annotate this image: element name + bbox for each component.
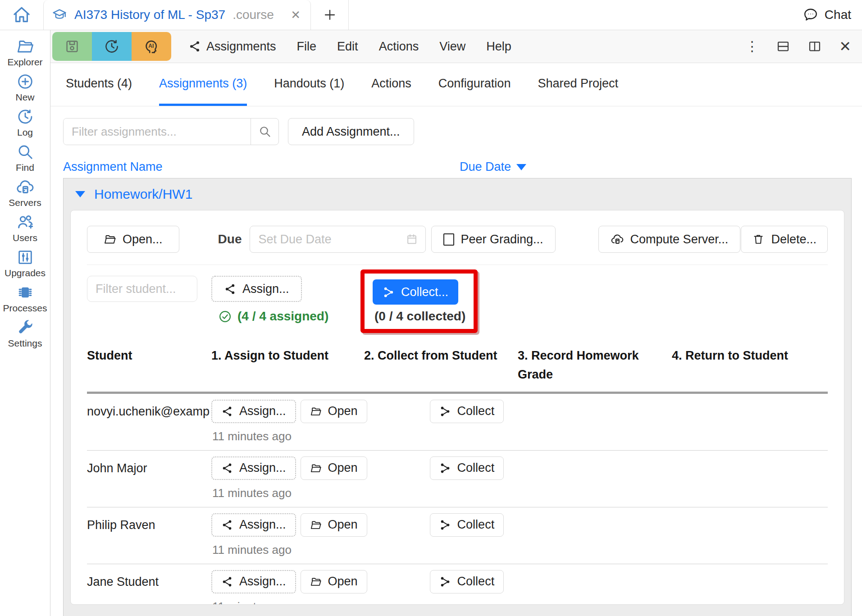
compute-server-button[interactable]: Compute Server... <box>598 226 741 253</box>
assigned-timestamp: 11 minutes ago <box>212 600 518 605</box>
menu-actions[interactable]: Actions <box>379 40 419 54</box>
home-button[interactable] <box>0 0 43 30</box>
collect-share-icon <box>439 462 451 474</box>
sidebar-item-upgrades[interactable]: Upgrades <box>0 248 50 278</box>
file-tab[interactable]: AI373 History of ML - Sp37 .course ✕ <box>43 0 311 30</box>
tab-assignments[interactable]: Assignments (3) <box>159 63 247 106</box>
collect-share-icon <box>439 576 451 588</box>
folder-open-icon <box>310 576 322 588</box>
table-row: Jane Student Assign... Open <box>87 564 828 605</box>
search-addon[interactable] <box>251 119 278 145</box>
sidebar-item-find[interactable]: Find <box>0 143 50 173</box>
graduation-cap-icon <box>52 7 67 23</box>
split-horizontal-icon[interactable] <box>776 39 790 54</box>
sidebar-item-label: New <box>15 92 34 103</box>
open-student-copy-button[interactable]: Open <box>301 400 367 423</box>
due-date-placeholder: Set Due Date <box>258 233 406 246</box>
chat-button[interactable]: Chat <box>792 0 862 30</box>
open-student-copy-button[interactable]: Open <box>301 570 367 593</box>
collect-student-button[interactable]: Collect <box>430 513 504 537</box>
open-label: Open... <box>123 233 163 246</box>
open-label: Open <box>328 461 358 475</box>
divider <box>87 265 828 265</box>
tab-actions[interactable]: Actions <box>371 63 411 106</box>
filter-student-input[interactable] <box>87 276 197 302</box>
share-icon <box>221 462 233 474</box>
student-actions-row: Assign... (4 / 4 assigned) <box>87 276 828 333</box>
student-name: John Major <box>87 456 211 475</box>
assign-all-button[interactable]: Assign... <box>211 276 302 302</box>
split-vertical-icon[interactable] <box>807 39 822 54</box>
tab-handouts[interactable]: Handouts (1) <box>274 63 344 106</box>
collect-share-icon <box>439 519 451 531</box>
assign-student-button[interactable]: Assign... <box>211 456 296 480</box>
sort-by-name[interactable]: Assignment Name <box>63 160 163 174</box>
sort-by-due-date[interactable]: Due Date <box>460 160 526 174</box>
sidebar-item-processes[interactable]: Processes <box>0 283 50 314</box>
open-assignment-button[interactable]: Open... <box>87 226 179 253</box>
sidebar-item-new[interactable]: New <box>0 73 50 103</box>
collect-all-button[interactable]: Collect... <box>373 279 458 305</box>
header-grade: 3. Record Homework Grade <box>518 347 672 384</box>
menu-view[interactable]: View <box>439 40 465 54</box>
assign-student-button[interactable]: Assign... <box>211 513 296 537</box>
editor-toolbar: AI Assignments File Edit Actions <box>50 30 862 63</box>
new-tab-button[interactable] <box>311 0 349 30</box>
tab-configuration[interactable]: Configuration <box>438 63 511 106</box>
sliders-icon <box>16 248 34 266</box>
collect-student-button[interactable]: Collect <box>430 456 504 480</box>
open-label: Open <box>328 575 358 589</box>
peer-grading-button[interactable]: Peer Grading... <box>431 226 555 253</box>
name-column-label: Assignment Name <box>63 160 163 174</box>
open-label: Open <box>328 404 358 418</box>
sidebar-item-servers[interactable]: Servers <box>0 178 50 208</box>
topbar-spacer <box>349 0 792 30</box>
ai-assistant-button[interactable]: AI <box>132 32 171 61</box>
quick-actions-group: AI <box>52 32 171 61</box>
share-icon <box>221 406 233 417</box>
menu-label: View <box>439 40 465 54</box>
open-student-copy-button[interactable]: Open <box>301 513 367 537</box>
collect-student-button[interactable]: Collect <box>430 570 504 593</box>
menu-help[interactable]: Help <box>486 40 511 54</box>
due-date-input[interactable]: Set Due Date <box>250 226 426 253</box>
collect-all-label: Collect... <box>401 285 448 299</box>
sidebar-item-users[interactable]: Users <box>0 213 50 243</box>
close-editor-icon[interactable]: ✕ <box>839 38 851 55</box>
peer-grading-label: Peer Grading... <box>461 233 543 246</box>
save-button[interactable] <box>52 32 92 61</box>
menu-edit[interactable]: Edit <box>337 40 358 54</box>
assign-label: Assign... <box>239 518 286 532</box>
collect-student-button[interactable]: Collect <box>430 400 504 423</box>
menu-assignments[interactable]: Assignments <box>188 40 276 54</box>
assign-student-button[interactable]: Assign... <box>211 400 296 423</box>
sidebar-item-log[interactable]: Log <box>0 108 50 138</box>
sidebar-item-explorer[interactable]: Explorer <box>0 37 50 68</box>
tab-students[interactable]: Students (4) <box>66 63 132 106</box>
menu-file[interactable]: File <box>297 40 317 54</box>
folder-open-icon <box>104 233 116 246</box>
checkbox-icon <box>443 233 454 246</box>
folder-open-icon <box>16 37 34 55</box>
expand-caret-icon <box>75 191 85 197</box>
tab-shared-project[interactable]: Shared Project <box>538 63 618 106</box>
delete-assignment-button[interactable]: Delete... <box>741 226 828 253</box>
assign-student-button[interactable]: Assign... <box>211 570 296 593</box>
sidebar-item-label: Processes <box>3 303 47 314</box>
tab-close-icon[interactable]: ✕ <box>291 8 301 22</box>
sidebar-item-settings[interactable]: Settings <box>0 319 50 349</box>
open-student-copy-button[interactable]: Open <box>301 456 367 480</box>
open-label: Open <box>328 518 358 532</box>
add-assignment-button[interactable]: Add Assignment... <box>288 118 414 145</box>
svg-text:AI: AI <box>148 43 154 49</box>
timetravel-button[interactable] <box>92 32 132 61</box>
assignment-name: Homework/HW1 <box>94 187 192 202</box>
assignment-header[interactable]: Homework/HW1 <box>64 178 851 210</box>
plus-circle-icon <box>16 73 34 91</box>
filter-assignments-input[interactable] <box>64 119 251 145</box>
assign-label: Assign... <box>239 404 286 418</box>
more-options-icon[interactable]: ⋮ <box>745 40 759 53</box>
tab-label: Configuration <box>438 77 511 91</box>
assignments-list-header: Assignment Name Due Date <box>63 160 852 178</box>
app-window: AI373 History of ML - Sp37 .course ✕ Cha… <box>0 0 862 616</box>
